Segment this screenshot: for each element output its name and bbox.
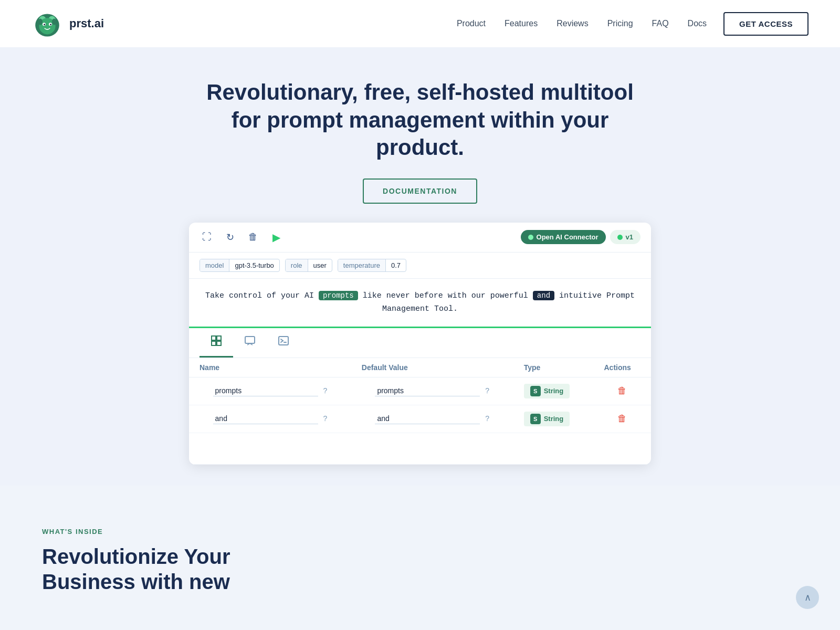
revolutionize-line1: Revolutionize Your [42, 545, 230, 568]
table-row: ? ? S String 🗑 [189, 405, 651, 433]
delete-icon[interactable]: 🗑 [246, 230, 260, 245]
svg-rect-10 [212, 336, 216, 340]
nav-links: Product Features Reviews Pricing FAQ Doc… [457, 19, 707, 28]
tab-messages[interactable] [233, 328, 267, 358]
svg-point-8 [38, 18, 43, 25]
row2-type-label: String [544, 415, 564, 423]
svg-point-6 [44, 24, 45, 25]
nav-faq[interactable]: FAQ [652, 19, 669, 28]
bottom-section: WHAT'S INSIDE Revolutionize Your Busines… [0, 486, 840, 626]
logo-text: prst.ai [69, 17, 104, 30]
row1-type-badge: S String [524, 384, 570, 398]
logo-area: prst.ai [32, 8, 104, 39]
connector-badge: Open AI Connector [521, 230, 606, 244]
scroll-top-button[interactable]: ∧ [796, 586, 819, 609]
svg-point-9 [52, 18, 56, 25]
row1-default-cell: ? [351, 377, 513, 405]
param-role: role user [285, 259, 332, 272]
version-badge: v1 [610, 230, 640, 244]
row2-delete-button[interactable]: 🗑 [617, 413, 627, 424]
row1-actions-cell: 🗑 [594, 377, 652, 405]
toolbar-right: Open AI Connector v1 [521, 230, 640, 244]
params-row: model gpt-3.5-turbo role user temperatur… [189, 253, 651, 279]
variables-table: Name Default Value Type Actions ? ? [189, 358, 651, 465]
connector-dot [528, 235, 533, 240]
bottom-tabs [189, 328, 651, 358]
logo-icon [32, 8, 63, 39]
nav-docs[interactable]: Docs [688, 19, 707, 28]
row1-name-cell: ? [189, 377, 351, 405]
param-role-key: role [286, 259, 308, 271]
revolutionize-title: Revolutionize Your Business with new [42, 544, 252, 594]
nav-features[interactable]: Features [505, 19, 538, 28]
nav-pricing[interactable]: Pricing [607, 19, 633, 28]
row2-default-input[interactable] [375, 413, 480, 424]
prompt-area[interactable]: Take control of your AI prompts like nev… [189, 279, 651, 328]
col-actions: Actions [594, 358, 652, 377]
nav-reviews[interactable]: Reviews [556, 19, 588, 28]
prompt-text-before: Take control of your AI [205, 291, 319, 300]
revolutionize-line2: Business with new [42, 570, 230, 593]
hero-headline: Revolutionary, free, self-hosted multito… [205, 79, 635, 162]
prompt-text-mid: like never before with our powerful [358, 291, 533, 300]
get-access-button[interactable]: GET ACCESS [723, 12, 808, 36]
svg-rect-12 [212, 341, 216, 345]
svg-rect-11 [217, 336, 221, 340]
col-default: Default Value [351, 358, 513, 377]
documentation-button[interactable]: DOCUMENTATION [363, 178, 477, 204]
param-model: model gpt-3.5-turbo [200, 259, 280, 272]
row2-name-input[interactable] [213, 413, 318, 424]
version-dot [617, 235, 623, 240]
row1-default-input[interactable] [375, 385, 480, 396]
row2-type-cell: S String [513, 405, 594, 433]
row1-delete-button[interactable]: 🗑 [617, 385, 627, 396]
row1-name-input[interactable] [213, 385, 318, 396]
navbar: prst.ai Product Features Reviews Pricing… [0, 0, 840, 47]
connector-label: Open AI Connector [537, 233, 598, 241]
row2-default-help-icon[interactable]: ? [485, 414, 489, 423]
row1-default-help-icon[interactable]: ? [485, 386, 489, 395]
row1-type-cell: S String [513, 377, 594, 405]
row1-name-help-icon[interactable]: ? [323, 386, 327, 395]
prompt-tag-and: and [533, 291, 554, 300]
col-type: Type [513, 358, 594, 377]
row2-default-cell: ? [351, 405, 513, 433]
row2-type-badge: S String [524, 412, 570, 426]
param-model-key: model [200, 259, 229, 271]
row2-name-cell: ? [189, 405, 351, 433]
play-icon[interactable]: ▶ [269, 230, 284, 245]
refresh-icon[interactable]: ↻ [223, 230, 237, 245]
prompt-tag-prompts: prompts [319, 291, 358, 300]
tab-terminal[interactable] [267, 328, 300, 358]
fullscreen-icon[interactable]: ⛶ [200, 230, 214, 245]
col-name: Name [189, 358, 351, 377]
demo-toolbar: ⛶ ↻ 🗑 ▶ Open AI Connector v1 [189, 223, 651, 253]
string-s-icon: S [530, 386, 541, 396]
param-temperature: temperature 0.7 [338, 259, 406, 272]
param-role-val: user [308, 259, 332, 271]
table-row-empty [189, 433, 651, 464]
nav-product[interactable]: Product [457, 19, 486, 28]
whats-inside-label: WHAT'S INSIDE [42, 528, 798, 536]
param-model-val: gpt-3.5-turbo [229, 259, 279, 271]
svg-rect-13 [217, 341, 221, 345]
table-row: ? ? S String 🗑 [189, 377, 651, 405]
row1-type-label: String [544, 387, 564, 395]
svg-point-7 [50, 24, 51, 25]
svg-rect-14 [245, 337, 255, 343]
demo-card: ⛶ ↻ 🗑 ▶ Open AI Connector v1 model gpt-3… [189, 223, 651, 465]
tab-variables[interactable] [200, 328, 233, 358]
hero-section: Revolutionary, free, self-hosted multito… [0, 47, 840, 486]
param-temp-key: temperature [338, 259, 386, 271]
string-s-icon-2: S [530, 414, 541, 424]
row2-actions-cell: 🗑 [594, 405, 652, 433]
version-label: v1 [626, 233, 633, 241]
row2-name-help-icon[interactable]: ? [323, 414, 327, 423]
param-temp-val: 0.7 [386, 259, 406, 271]
